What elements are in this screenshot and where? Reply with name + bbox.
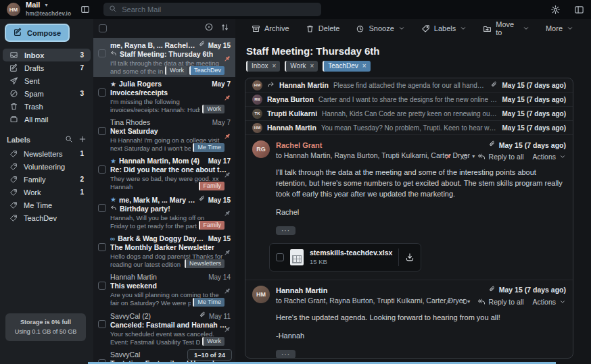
sidebar-toggle-icon[interactable]: [80, 5, 90, 14]
delete-button[interactable]: Delete: [306, 24, 340, 33]
sidebar-label-work[interactable]: Work 1: [3, 186, 91, 199]
pin-icon[interactable]: [223, 171, 231, 179]
email-list-item[interactable]: ★ me, Mark M, ... Mary G (8) May 15 Birt…: [93, 192, 235, 232]
label-chip[interactable]: Me Time: [193, 298, 224, 307]
pin-icon[interactable]: [223, 132, 231, 140]
move-to-button[interactable]: Move to: [483, 20, 529, 36]
sidebar-item-sent[interactable]: Sent: [3, 74, 91, 87]
email-date: May 11: [209, 312, 231, 321]
app-name[interactable]: Mail: [26, 1, 71, 9]
sidebar-item-spam[interactable]: Spam 3: [3, 87, 91, 100]
label-chip[interactable]: Family: [199, 182, 225, 190]
compose-button[interactable]: Compose: [5, 24, 70, 42]
pin-icon[interactable]: [223, 249, 231, 257]
star-icon[interactable]: ★: [110, 197, 116, 203]
remove-label-icon[interactable]: [272, 61, 276, 72]
sidebar-item-drafts[interactable]: Drafts 7: [3, 61, 91, 74]
email-list-item[interactable]: Tina Rhodes May 7 Next Saturday Hi Hanna…: [93, 115, 235, 154]
reply-all-button[interactable]: Reply to all: [477, 153, 524, 161]
message-rows: me, Rayna B, ... Rachel G (6) May 15 Sta…: [93, 38, 235, 364]
sidebar-item-inbox[interactable]: Inbox 3: [3, 49, 91, 61]
label-search-icon[interactable]: [65, 135, 73, 145]
message-recipients[interactable]: to Rachel Grant, Rayna Burton, Trupti Ku…: [276, 296, 438, 306]
collapsed-message[interactable]: HM Hannah Martin Please find attached th…: [245, 78, 573, 93]
actions-button[interactable]: Actions: [533, 298, 566, 306]
collapsed-message[interactable]: TK Trupti Kulkarni Hannah, Kids Can Code…: [245, 107, 573, 121]
sidebar-label-me-time[interactable]: Me Time: [3, 199, 91, 211]
sidebar-label-family[interactable]: Family 2: [3, 173, 91, 186]
email-checkbox[interactable]: [98, 243, 106, 251]
message-recipients[interactable]: to Hannah Martin, Rayna Burton, Trupti K…: [276, 151, 438, 161]
label-chip[interactable]: Me Time: [193, 143, 224, 152]
account-switcher[interactable]: Mail hm@teachdev.io: [26, 1, 71, 18]
star-icon[interactable]: ★: [110, 158, 116, 165]
search-bar[interactable]: [103, 3, 321, 16]
pin-icon[interactable]: [223, 287, 231, 295]
sort-icon[interactable]: [220, 22, 229, 34]
pin-icon[interactable]: [223, 94, 231, 102]
select-all-checkbox[interactable]: [99, 24, 107, 32]
show-quoted-text-button[interactable]: [276, 350, 296, 359]
email-checkbox[interactable]: [98, 282, 106, 290]
label-chip-inbox[interactable]: Inbox: [246, 61, 280, 72]
pin-icon[interactable]: [444, 153, 452, 161]
settings-gear-icon[interactable]: [550, 5, 561, 15]
sidebar-item-trash[interactable]: Trash: [3, 100, 91, 113]
email-list-item[interactable]: ∞ Bark & Wag Doggy Daycare May 15 The Mo…: [93, 232, 235, 270]
email-checkbox[interactable]: [98, 49, 106, 57]
email-checkbox[interactable]: [98, 127, 106, 135]
email-list-item[interactable]: Hannah Martin May 14 This weekend Are yo…: [93, 270, 235, 309]
star-icon[interactable]: ★: [110, 81, 116, 88]
pin-icon[interactable]: [444, 298, 452, 306]
email-checkbox[interactable]: [98, 165, 106, 174]
reading-pane-toggle-icon[interactable]: [574, 5, 584, 15]
remove-label-icon[interactable]: [310, 61, 314, 72]
attachment-checkbox[interactable]: [276, 253, 284, 261]
more-button[interactable]: More: [546, 24, 573, 32]
collapsed-message[interactable]: HM Hannah Martin You mean Tuesday? No pr…: [245, 121, 573, 135]
email-list-item[interactable]: me, Rayna B, ... Rachel G (6) May 15 Sta…: [93, 38, 235, 77]
download-icon[interactable]: [405, 253, 415, 262]
email-list-item[interactable]: ★ Julia Rogers May 7 Invoices/receipts I…: [93, 77, 235, 115]
mark-unread-icon[interactable]: [461, 298, 469, 305]
pin-icon[interactable]: [223, 55, 231, 63]
message-sender[interactable]: Rachel Grant: [276, 140, 438, 151]
sidebar-label-volunteering[interactable]: Volunteering: [3, 160, 91, 173]
actions-button[interactable]: Actions: [533, 153, 566, 161]
read-filter-icon[interactable]: [204, 22, 214, 34]
label-chip[interactable]: Work: [202, 337, 224, 346]
sidebar-item-all-mail[interactable]: All mail: [3, 113, 91, 126]
search-input[interactable]: [122, 5, 316, 14]
label-chip[interactable]: TeachDev: [189, 66, 224, 75]
label-chip[interactable]: Work: [165, 66, 187, 75]
email-list-item[interactable]: ★ Hannah Martin, Mom (4) May 17 Re: Did …: [93, 154, 235, 192]
email-list-item[interactable]: SavvyCal (2) May 11 Canceled: Fastmail a…: [93, 309, 235, 348]
expanded-message: HM Hannah Martin to Rachel Grant, Rayna …: [245, 280, 573, 359]
email-checkbox[interactable]: [98, 320, 106, 328]
message-snippet: You mean Tuesday? No problem, Trupti. Ke…: [321, 124, 498, 132]
label-chip[interactable]: Newsletters: [185, 259, 224, 268]
label-chip[interactable]: Work: [202, 105, 224, 113]
mark-unread-icon[interactable]: [461, 153, 469, 161]
labels-button[interactable]: Labels: [421, 24, 467, 33]
remove-label-icon[interactable]: [362, 61, 367, 72]
label-chip-teachdev[interactable]: TeachDev: [323, 61, 370, 72]
attachment-card[interactable]: stemskills-teachdev.xlsx 15 KB: [269, 243, 421, 271]
archive-button[interactable]: Archive: [252, 24, 289, 33]
account-avatar[interactable]: HM: [7, 3, 20, 16]
label-chip[interactable]: Family: [199, 221, 225, 230]
pin-icon[interactable]: [223, 209, 231, 217]
sidebar-label-newsletters[interactable]: Newsletters 1: [3, 147, 91, 160]
show-quoted-text-button[interactable]: [276, 226, 296, 235]
label-chip-work[interactable]: Work: [285, 61, 318, 72]
sidebar-label-teachdev[interactable]: TeachDev: [3, 211, 91, 224]
reply-all-button[interactable]: Reply to all: [477, 298, 524, 306]
pagination[interactable]: 1–10 of 24: [187, 349, 232, 361]
email-checkbox[interactable]: [98, 204, 106, 212]
collapsed-message[interactable]: RB Rayna Burton Carter and I want to sha…: [245, 93, 573, 107]
add-label-icon[interactable]: [78, 135, 87, 145]
message-sender[interactable]: Hannah Martin: [276, 286, 438, 296]
pin-icon[interactable]: [223, 326, 231, 334]
email-checkbox[interactable]: [98, 88, 106, 97]
snooze-button[interactable]: Snooze: [356, 24, 404, 33]
